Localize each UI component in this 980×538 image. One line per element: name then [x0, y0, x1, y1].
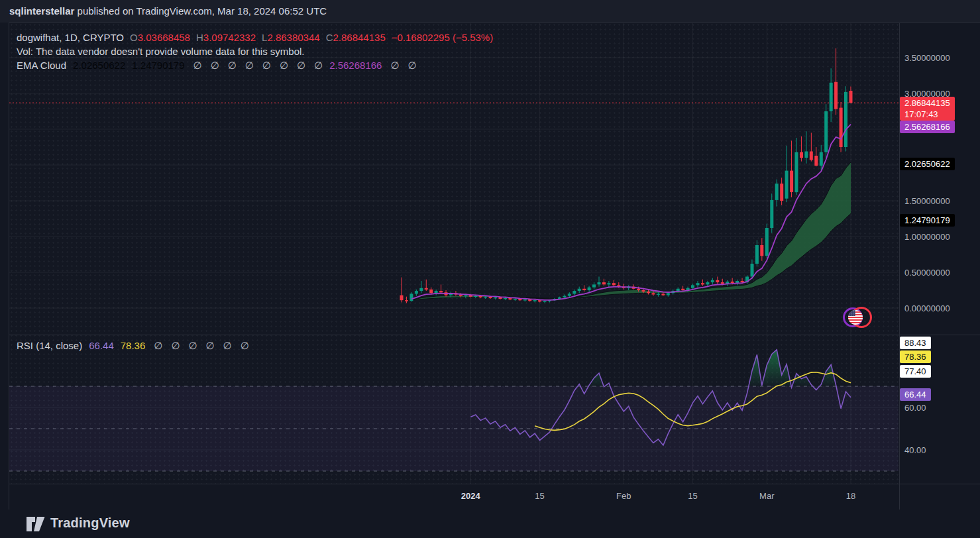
- rsi-value: 66.44: [89, 340, 114, 351]
- axis-badge: 78.36: [900, 350, 931, 363]
- volume-note: Vol: The data vendor doesn't provide vol…: [17, 46, 305, 57]
- time-tick: 15: [535, 491, 544, 501]
- price-chart[interactable]: [0, 0, 980, 538]
- ohlc-value: 2.86844135: [333, 32, 385, 43]
- symbol-pair-flags-icon: [842, 305, 873, 331]
- time-tick: 15: [688, 491, 697, 501]
- symbol-legend-row: dogwifhat, 1D, CRYPTOO3.03668458H3.09742…: [17, 30, 493, 44]
- axis-label: 60.00: [904, 403, 926, 413]
- rsi-value: ∅: [223, 340, 232, 351]
- ema-cloud-value: ∅: [297, 60, 305, 71]
- axis-badge: 2.8684413517:07:43: [900, 97, 955, 121]
- volume-legend-row: Vol: The data vendor doesn't provide vol…: [17, 44, 493, 58]
- ohlc-key: O: [130, 32, 138, 43]
- ema-cloud-value: ∅: [262, 60, 271, 71]
- ema-cloud-value: ∅: [408, 60, 417, 71]
- ema-cloud-value: ∅: [245, 60, 254, 71]
- time-axis-border: [9, 484, 980, 484]
- ema-cloud-values: 2.026506221.24790179∅∅∅∅∅∅∅∅2.56268166∅∅: [66, 60, 417, 71]
- ema-cloud-legend-row: EMA Cloud2.026506221.24790179∅∅∅∅∅∅∅∅2.5…: [17, 58, 493, 72]
- axis-badge: 2.02650622: [900, 158, 955, 170]
- ema-cloud-value: 2.02650622: [73, 60, 125, 71]
- ema-cloud-value: ∅: [390, 60, 399, 71]
- price-axis-border: [899, 23, 900, 510]
- axis-label: 1.00000000: [904, 232, 950, 242]
- axis-badge: 66.44: [900, 388, 931, 401]
- ohlc-value: 2.86380344: [267, 32, 319, 43]
- rsi-value: ∅: [154, 340, 162, 351]
- axis-badge: 2.56268166: [900, 121, 955, 133]
- rsi-value: 78.36: [121, 340, 146, 351]
- ema-cloud-value: 2.56268166: [329, 60, 382, 71]
- rsi-value: ∅: [171, 340, 180, 351]
- axis-label: 3.50000000: [904, 53, 950, 63]
- time-tick: 18: [846, 491, 855, 501]
- axis-label: 40.00: [904, 445, 926, 455]
- axis-badge: 88.43: [900, 337, 931, 349]
- ohlc-value: 3.09742332: [203, 32, 256, 43]
- rsi-label[interactable]: RSI (14, close): [17, 340, 82, 351]
- time-tick: Mar: [759, 491, 774, 501]
- ohlc-value: 3.03668458: [138, 32, 190, 43]
- axis-label: 0.50000000: [904, 268, 950, 278]
- ema-cloud-value: ∅: [211, 60, 219, 71]
- time-tick: Feb: [616, 491, 631, 501]
- time-tick: 2024: [461, 491, 480, 501]
- axis-badge: 77.40: [900, 365, 931, 378]
- ema-cloud-value: ∅: [314, 60, 323, 71]
- rsi-values: 66.4478.36∅∅∅∅∅∅: [82, 340, 249, 351]
- rsi-legend-row: RSI (14, close)66.4478.36∅∅∅∅∅∅: [17, 339, 249, 352]
- rsi-value: ∅: [241, 340, 249, 351]
- ema-cloud-value: ∅: [228, 60, 237, 71]
- rsi-value: ∅: [188, 340, 197, 351]
- change-value: −0.16802295 (−5.53%): [392, 32, 493, 43]
- symbol-title[interactable]: dogwifhat, 1D, CRYPTO: [17, 32, 124, 43]
- pane-separator[interactable]: [9, 335, 980, 335]
- ema-cloud-label[interactable]: EMA Cloud: [17, 60, 66, 71]
- footer-bar: TradingView: [0, 510, 980, 538]
- ohlc-key: H: [196, 32, 203, 43]
- tradingview-wordmark[interactable]: TradingView: [50, 515, 130, 531]
- us-flag-icon: [848, 310, 863, 325]
- rsi-value: ∅: [206, 340, 215, 351]
- frame-left-border: [9, 23, 9, 510]
- tradingview-logo-icon[interactable]: [27, 517, 45, 532]
- ohlc-values: O3.03668458H3.09742332L2.86380344C2.8684…: [124, 32, 386, 43]
- ohlc-key: C: [326, 32, 333, 43]
- ema-cloud-value: ∅: [280, 60, 288, 71]
- tradingview-snapshot: sqlinterstellar published on TradingView…: [0, 0, 980, 538]
- ema-cloud-value: 1.24790179: [132, 60, 184, 71]
- axis-badge: 1.24790179: [900, 214, 955, 227]
- frame-top-border: [9, 23, 980, 23]
- ema-cloud-value: ∅: [193, 60, 202, 71]
- axis-label: 0.00000000: [904, 303, 950, 313]
- axis-label: 1.50000000: [904, 196, 950, 206]
- main-legend: dogwifhat, 1D, CRYPTOO3.03668458H3.09742…: [17, 30, 493, 72]
